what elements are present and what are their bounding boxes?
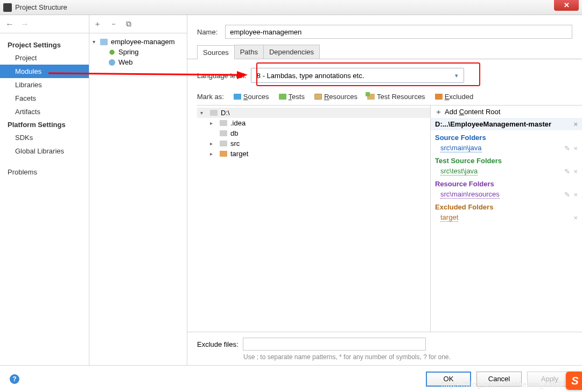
mark-test-resources[interactable]: Test Resources [367,93,425,101]
module-root-label: employee-managem [111,38,175,46]
spring-icon [109,49,115,55]
tree-node-src[interactable]: ▸ src [197,138,430,149]
folder-icon [210,110,218,116]
app-logo [3,3,12,12]
mark-sources[interactable]: Sources [234,93,269,101]
tree-root-label: D:\ [221,109,230,117]
test-source-folder-item[interactable]: src\test\java ✎× [431,166,582,177]
nav-forward-icon[interactable]: → [20,19,29,29]
folder-icon [220,130,227,136]
add-module-icon[interactable]: ＋ [94,19,101,29]
section-platform-settings: Platform Settings [0,118,89,131]
remove-icon[interactable]: × [573,191,578,199]
lang-level-select[interactable]: 8 - Lambdas, type annotations etc. ▾ [251,68,464,83]
tree-root[interactable]: ▾ D:\ [197,108,430,118]
exclude-files-label: Exclude files: [197,340,239,348]
nav-item-sdks[interactable]: SDKs [0,131,89,144]
folder-icon [220,120,227,126]
name-input[interactable] [225,25,572,39]
tree-node-label: db [230,129,238,137]
nav-item-project[interactable]: Project [0,51,89,65]
chevron-down-icon: ▾ [93,39,98,45]
module-folder-icon [100,39,108,45]
remove-module-icon[interactable]: － [110,19,117,29]
remove-root-icon[interactable]: × [573,120,578,128]
excluded-folder-icon [435,94,443,100]
web-icon [109,59,115,66]
module-child-label: Spring [118,48,139,56]
source-folder-item[interactable]: src\main\java ✎× [431,143,582,153]
footer: ? OK Cancel Apply [0,365,582,392]
excluded-folder-icon [220,151,227,157]
tab-dependencies[interactable]: Dependencies [263,45,320,59]
chevron-down-icon: ▾ [455,72,458,79]
nav-item-facets[interactable]: Facets [0,92,89,105]
lang-level-value: 8 - Lambdas, type annotations etc. [257,72,364,80]
content-root-path[interactable]: D:...\EmployeeManagement-master × [431,118,582,130]
chevron-right-icon: ▸ [210,120,216,126]
ok-button[interactable]: OK [426,372,471,387]
nav-item-global-libraries[interactable]: Global Libraries [0,144,89,158]
mark-resources[interactable]: Resources [314,93,357,101]
nav-item-artifacts[interactable]: Artifacts [0,105,89,118]
section-source-folders: Source Folders [431,130,582,143]
sogou-logo-icon: S [566,372,582,390]
source-tree: ▾ D:\ ▸ .idea db ▸ [197,106,430,332]
copy-module-icon[interactable]: ⧉ [126,19,131,29]
nav-item-modules[interactable]: Modules [0,65,89,78]
nav-item-libraries[interactable]: Libraries [0,78,89,92]
tab-sources[interactable]: Sources [197,45,235,59]
test-resources-folder-icon [367,94,375,100]
chevron-down-icon: ▾ [200,110,207,116]
tests-folder-icon [279,94,286,100]
sources-folder-icon [234,94,241,100]
edit-icon[interactable]: ✎ [564,144,570,152]
nav-back-icon[interactable]: ← [5,19,14,29]
folder-icon [220,141,227,146]
tree-node-label: target [230,150,248,158]
section-excluded-folders: Excluded Folders [431,200,582,212]
titlebar: Project Structure ✕ [0,0,582,15]
lang-level-label: Language level: [197,72,247,80]
edit-icon[interactable]: ✎ [564,191,570,199]
module-child-spring[interactable]: Spring [90,47,186,57]
window-title: Project Structure [15,3,554,11]
left-sidebar: ← → Project Settings Project Modules Lib… [0,15,89,365]
plus-icon: ＋ [435,109,441,115]
edit-icon[interactable]: ✎ [564,167,570,176]
module-column: ＋ － ⧉ ▾ employee-managem Spring Web [89,15,187,365]
cancel-button[interactable]: Cancel [476,372,522,387]
chevron-right-icon: ▸ [210,151,216,157]
exclude-files-input[interactable] [243,338,426,351]
mark-as-label: Mark as: [197,93,224,101]
remove-icon[interactable]: × [573,144,578,152]
exclude-files-hint: Use ; to separate name patterns, * for a… [243,353,572,362]
module-child-web[interactable]: Web [90,57,186,67]
content-root-panel: ＋ Add Content Root D:...\EmployeeManagem… [430,106,582,332]
tree-node-label: .idea [230,119,246,127]
module-root[interactable]: ▾ employee-managem [90,37,186,47]
tree-node-target[interactable]: ▸ target [197,149,430,159]
section-resource-folders: Resource Folders [431,177,582,189]
content-root-path-text: D:...\EmployeeManagement-master [435,120,551,128]
resources-folder-icon [314,94,322,100]
help-icon[interactable]: ? [10,374,19,384]
right-pane: Name: Sources Paths Dependencies Languag… [187,15,582,365]
mark-excluded[interactable]: Excluded [435,93,473,101]
tree-node-label: src [230,139,240,148]
mark-tests[interactable]: Tests [279,93,305,101]
tree-node-idea[interactable]: ▸ .idea [197,118,430,128]
excluded-folder-item[interactable]: target × [431,212,582,223]
nav-item-problems[interactable]: Problems [0,165,89,179]
module-child-label: Web [118,58,133,66]
close-button[interactable]: ✕ [554,0,579,11]
remove-icon[interactable]: × [573,214,578,222]
section-project-settings: Project Settings [0,39,89,51]
chevron-right-icon: ▸ [210,141,216,146]
tree-node-db[interactable]: db [197,128,430,138]
resource-folder-item[interactable]: src\main\resources ✎× [431,189,582,200]
add-content-root[interactable]: ＋ Add Content Root [431,106,582,118]
tab-paths[interactable]: Paths [234,45,264,59]
remove-icon[interactable]: × [573,167,578,176]
section-test-source-folders: Test Source Folders [431,153,582,166]
